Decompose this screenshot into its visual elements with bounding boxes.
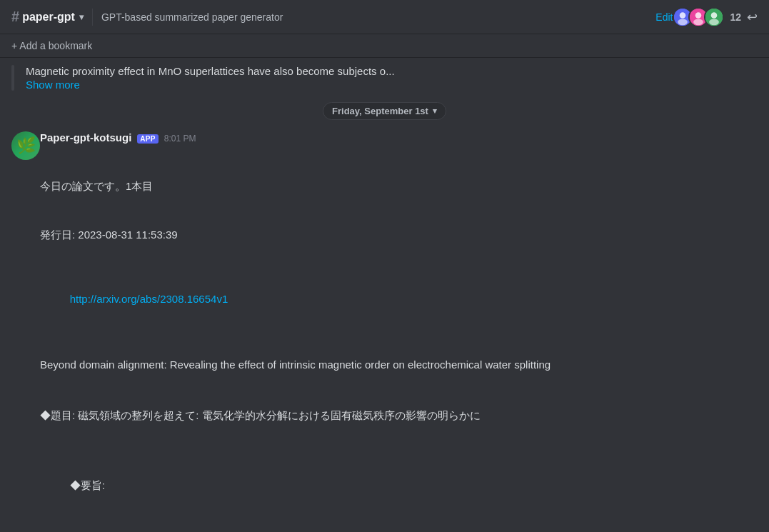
message-line-2: 発行日: 2023-08-31 11:53:39	[40, 227, 758, 244]
message-header: Paper-gpt-kotsugi APP 8:01 PM	[40, 131, 758, 144]
truncated-message-wrapper: Magnetic proximity effect in MnO superla…	[0, 64, 769, 94]
truncated-text: Magnetic proximity effect in MnO superla…	[26, 65, 395, 77]
message-body: 今日の論文です。1本目 発行日: 2023-08-31 11:53:39 htt…	[40, 146, 758, 532]
message-time: 8:01 PM	[164, 134, 196, 144]
bot-message: 🌿 Paper-gpt-kotsugi APP 8:01 PM 今日の論文です。…	[0, 129, 769, 532]
inbox-icon[interactable]: ↩	[747, 9, 758, 25]
truncated-message: Magnetic proximity effect in MnO superla…	[26, 65, 395, 91]
date-divider: Friday, September 1st ▾	[11, 102, 758, 120]
avatar-stack[interactable]	[673, 7, 724, 27]
svg-point-1	[680, 12, 686, 19]
message-abstract-header: ◆要旨:	[40, 462, 758, 511]
show-more-link[interactable]: Show more	[26, 79, 80, 91]
channel-dropdown-icon[interactable]: ▾	[79, 12, 84, 22]
bot-avatar: 🌿	[11, 131, 40, 160]
message-link-line: http://arxiv.org/abs/2308.16654v1	[40, 275, 758, 323]
svg-point-5	[694, 19, 704, 25]
svg-point-8	[710, 19, 720, 25]
svg-point-2	[678, 19, 688, 25]
message-content: Paper-gpt-kotsugi APP 8:01 PM 今日の論文です。1本…	[40, 131, 758, 532]
channel-description: GPT-based summarized paper generator	[101, 11, 655, 23]
add-bookmark-button[interactable]: + Add a bookmark	[11, 40, 758, 51]
header-divider	[92, 9, 93, 26]
message-title: Beyond domain alignment: Revealing the e…	[40, 357, 758, 373]
message-title-ja: ◆題目: 磁気領域の整列を超えて: 電気化学的水分解における固有磁気秩序の影響の…	[40, 408, 758, 424]
message-line-1: 今日の論文です。1本目	[40, 179, 758, 195]
date-chevron-icon: ▾	[433, 106, 437, 116]
app-badge: APP	[137, 134, 158, 144]
header-right: 12 ↩	[673, 7, 758, 27]
channel-name[interactable]: paper-gpt ▾	[22, 11, 84, 24]
messages-area: Magnetic proximity effect in MnO superla…	[0, 58, 769, 532]
message-author: Paper-gpt-kotsugi	[40, 131, 131, 144]
edit-link[interactable]: Edit	[655, 11, 673, 23]
bookmark-bar: + Add a bookmark	[0, 34, 769, 58]
channel-header: # paper-gpt ▾ GPT-based summarized paper…	[0, 0, 769, 34]
avatar	[704, 7, 724, 27]
svg-point-4	[695, 12, 702, 19]
arxiv-link[interactable]: http://arxiv.org/abs/2308.16654v1	[70, 293, 228, 305]
date-pill[interactable]: Friday, September 1st ▾	[323, 102, 446, 120]
member-count: 12	[730, 11, 741, 23]
svg-point-7	[711, 12, 718, 19]
channel-hash-icon: #	[11, 9, 19, 25]
truncated-left-bar	[11, 65, 14, 91]
